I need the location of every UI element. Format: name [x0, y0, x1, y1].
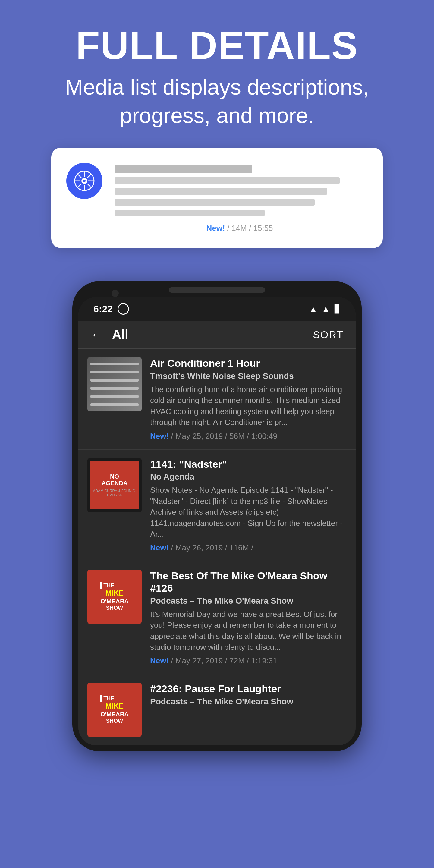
podcast-meta-text: / May 25, 2019 / 56M / 1:00:49 — [171, 432, 277, 441]
ac-vents — [87, 357, 142, 411]
podcast-meta-text: / May 26, 2019 / 116M / — [171, 543, 253, 552]
new-badge: New! — [150, 543, 169, 552]
app-nav: ← All SORT — [79, 321, 355, 349]
podcast-info: 1141: "Nadster" No Agenda Show Notes - N… — [150, 458, 347, 553]
signal-icon: ▲ — [322, 304, 330, 314]
phone-screen: 6:22 ▲ ▲ ▊ ← All SORT — [79, 297, 355, 745]
preview-new-badge: New! — [206, 224, 225, 233]
podcast-title: Air Conditioner 1 Hour — [150, 357, 347, 370]
phone-wrapper: 6:22 ▲ ▲ ▊ ← All SORT — [0, 281, 434, 770]
wifi-icon: ▲ — [310, 304, 317, 314]
ac-vent-line — [90, 371, 138, 373]
list-item[interactable]: NO AGENDA ADAM CURRY & JOHN C. DVORAK 11… — [79, 450, 355, 561]
podcast-description: It's Memorial Day and we have a great Be… — [150, 609, 347, 653]
na-credits: ADAM CURRY & JOHN C. DVORAK — [93, 489, 136, 497]
ac-vent-line — [90, 379, 138, 381]
mike-thumb: THE MIKE O'MEARA SHOW — [87, 569, 142, 624]
hero-section: FULL DETAILS Media list displays descrip… — [0, 0, 434, 275]
preview-line-2 — [115, 188, 327, 195]
podcast-title: The Best Of The Mike O'Meara Show #126 — [150, 569, 347, 594]
battery-icon: ▊ — [335, 304, 341, 314]
speaker-grill — [169, 287, 265, 293]
mike-label-show: SHOW — [100, 605, 129, 612]
status-time: 6:22 — [93, 304, 113, 315]
camera-dot — [112, 290, 119, 297]
preview-podcast-icon — [66, 163, 102, 199]
mike-label-omeara: O'MEARA — [100, 598, 129, 605]
globe-icon — [118, 303, 129, 315]
podcast-info: Air Conditioner 1 Hour Tmsoft's White No… — [150, 357, 347, 441]
status-icons: ▲ ▲ ▊ — [310, 304, 341, 314]
preview-content: New! / 14M / 15:55 — [115, 163, 365, 233]
back-button[interactable]: ← — [90, 328, 103, 341]
preview-line-1 — [115, 177, 340, 184]
podcast-meta: New! / May 25, 2019 / 56M / 1:00:49 — [150, 432, 347, 441]
podcast-thumbnail-mikeomeara2: THE MIKE O'MEARA SHOW — [87, 683, 142, 737]
podcast-title: #2236: Pause For Laughter — [150, 683, 347, 695]
na-thumb: NO AGENDA ADAM CURRY & JOHN C. DVORAK — [87, 458, 142, 513]
na-label-no: NO — [101, 473, 128, 480]
podcast-info: #2236: Pause For Laughter Podcasts – The… — [150, 683, 347, 710]
podcast-thumbnail-mikeomeara: THE MIKE O'MEARA SHOW — [87, 569, 142, 624]
sort-button[interactable]: SORT — [313, 329, 344, 341]
phone-top-bar — [79, 287, 355, 293]
nav-title: All — [112, 327, 313, 342]
new-badge: New! — [150, 432, 169, 441]
preview-line-3 — [115, 199, 315, 206]
ac-vent-line — [90, 387, 138, 390]
ac-vent-line — [90, 403, 138, 406]
podcast-title: 1141: "Nadster" — [150, 458, 347, 470]
ac-vent-line — [90, 363, 138, 365]
podcast-meta-text: / May 27, 2019 / 72M / 1:19:31 — [171, 656, 277, 665]
podcast-list: Air Conditioner 1 Hour Tmsoft's White No… — [79, 349, 355, 745]
preview-card: New! / 14M / 15:55 — [51, 148, 383, 248]
preview-meta-text: / 14M / 15:55 — [227, 224, 273, 233]
list-item[interactable]: THE MIKE O'MEARA SHOW #2236: Pause For L… — [79, 674, 355, 745]
na-label-agenda: AGENDA — [101, 480, 128, 487]
mike-thumb-2: THE MIKE O'MEARA SHOW — [87, 683, 142, 737]
mike2-label-the: THE — [100, 695, 129, 702]
podcast-meta: New! / May 26, 2019 / 116M / — [150, 543, 347, 553]
mike2-label-mike: MIKE — [100, 702, 129, 711]
new-badge: New! — [150, 656, 169, 665]
preview-line-4 — [115, 210, 265, 216]
podcast-thumbnail-ac — [87, 357, 142, 411]
podcast-description: Show Notes - No Agenda Episode 1141 - "N… — [150, 485, 347, 539]
svg-point-2 — [83, 180, 86, 182]
mike2-label-omeara: O'MEARA — [100, 711, 129, 718]
list-item[interactable]: THE MIKE O'MEARA SHOW The Best Of The Mi… — [79, 561, 355, 674]
podcast-thumbnail-noagenda: NO AGENDA ADAM CURRY & JOHN C. DVORAK — [87, 458, 142, 513]
mike-label-mike: MIKE — [100, 589, 129, 598]
status-bar: 6:22 ▲ ▲ ▊ — [79, 297, 355, 321]
podcast-description: The comforting hum of a home air conditi… — [150, 384, 347, 428]
mike2-label-show: SHOW — [100, 718, 129, 724]
phone-frame: 6:22 ▲ ▲ ▊ ← All SORT — [72, 281, 362, 751]
list-item[interactable]: Air Conditioner 1 Hour Tmsoft's White No… — [79, 349, 355, 450]
podcast-show: No Agenda — [150, 472, 347, 482]
podcast-show: Podcasts – The Mike O'Meara Show — [150, 697, 347, 707]
podcast-show: Tmsoft's White Noise Sleep Sounds — [150, 371, 347, 381]
preview-title-line — [115, 165, 252, 173]
mike-label-the: THE — [100, 582, 129, 589]
ac-vent-line — [90, 395, 138, 398]
podcast-meta: New! / May 27, 2019 / 72M / 1:19:31 — [150, 656, 347, 665]
podcast-show: Podcasts – The Mike O'Meara Show — [150, 596, 347, 606]
podcast-info: The Best Of The Mike O'Meara Show #126 P… — [150, 569, 347, 665]
preview-meta: New! / 14M / 15:55 — [115, 224, 365, 233]
hero-subtitle: Media list displays descriptions, progre… — [24, 73, 410, 130]
hero-title: FULL DETAILS — [24, 24, 410, 67]
